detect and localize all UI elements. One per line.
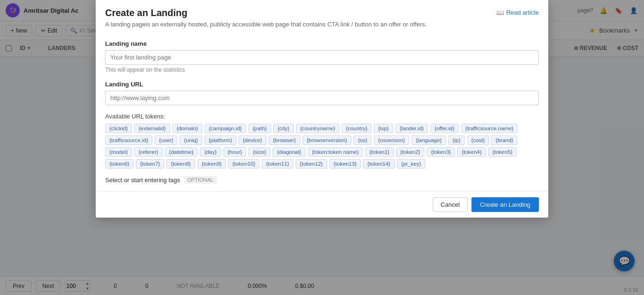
token-badge[interactable]: {datetime} bbox=[165, 147, 198, 157]
token-badge[interactable]: {externalid} bbox=[134, 124, 170, 133]
token-badge[interactable]: {pr_key} bbox=[397, 159, 425, 169]
token-badge[interactable]: {ip} bbox=[448, 135, 465, 145]
token-badge[interactable]: {token1} bbox=[365, 147, 394, 157]
token-badge[interactable]: {browserversion} bbox=[303, 135, 352, 145]
token-badge[interactable]: {token8} bbox=[166, 159, 195, 169]
modal-header: Create an Landing 📖 Read article A landi… bbox=[96, 0, 548, 33]
token-badge[interactable]: {token3} bbox=[427, 147, 455, 157]
token-badge[interactable]: {offer.id} bbox=[430, 124, 459, 133]
token-badge[interactable]: {path} bbox=[248, 124, 271, 133]
token-badge[interactable]: {user} bbox=[155, 135, 177, 145]
read-article-label: Read article bbox=[506, 9, 539, 16]
token-badge[interactable]: {token13} bbox=[330, 159, 361, 169]
token-badge[interactable]: {token2} bbox=[396, 147, 424, 157]
token-badge[interactable]: {hour} bbox=[223, 147, 247, 157]
tags-optional: OPTIONAL bbox=[184, 176, 217, 184]
modal-title: Create an Landing bbox=[105, 8, 187, 18]
cancel-button[interactable]: Cancel bbox=[433, 197, 468, 212]
token-badge[interactable]: {day} bbox=[200, 147, 221, 157]
token-badge[interactable]: {trafficsource.name} bbox=[461, 124, 518, 133]
token-badge[interactable]: {clickid} bbox=[105, 124, 132, 133]
token-badge[interactable]: {language} bbox=[412, 135, 446, 145]
token-badge[interactable]: {token6} bbox=[105, 159, 133, 169]
token-badge[interactable]: {country} bbox=[342, 124, 372, 133]
token-badge[interactable]: {campaign.id} bbox=[205, 124, 246, 133]
token-badge[interactable]: {token7} bbox=[136, 159, 164, 169]
landing-name-input[interactable] bbox=[105, 50, 539, 65]
token-badge[interactable]: {token11} bbox=[262, 159, 293, 169]
create-landing-modal: Create an Landing 📖 Read article A landi… bbox=[96, 0, 548, 218]
landing-url-group: Landing URL bbox=[105, 81, 539, 105]
token-badge[interactable]: {token10} bbox=[228, 159, 260, 169]
token-badge[interactable]: {token14} bbox=[363, 159, 395, 169]
token-badge[interactable]: {lander.id} bbox=[396, 124, 428, 133]
token-badge[interactable]: {referer} bbox=[134, 147, 163, 157]
token-badge[interactable]: {isp} bbox=[374, 124, 393, 133]
modal-subtitle: A landing pageis an externally hosted, p… bbox=[105, 20, 539, 29]
create-button[interactable]: Create an Landing bbox=[471, 197, 539, 212]
token-badge[interactable]: {token5} bbox=[488, 147, 517, 157]
token-badge[interactable]: {cost} bbox=[467, 135, 489, 145]
token-badge[interactable]: {osversion} bbox=[374, 135, 409, 145]
token-badge[interactable]: {trafficsource.id} bbox=[105, 135, 152, 145]
read-article-link[interactable]: 📖 Read article bbox=[496, 9, 539, 16]
token-badge[interactable]: {uniq} bbox=[180, 135, 202, 145]
token-badge[interactable]: {brand} bbox=[491, 135, 517, 145]
modal-footer: Cancel Create an Landing bbox=[96, 191, 548, 218]
token-badge[interactable]: {token:token name} bbox=[308, 147, 363, 157]
tokens-grid: {clickid}{externalid}{domain}{campaign.i… bbox=[105, 124, 539, 169]
tokens-section: Available URL tokens: {clickid}{external… bbox=[105, 113, 539, 169]
token-badge[interactable]: {token4} bbox=[457, 147, 486, 157]
landing-name-group: Landing name This will appear on the sta… bbox=[105, 40, 539, 73]
landing-url-label: Landing URL bbox=[105, 81, 539, 88]
token-badge[interactable]: {city} bbox=[273, 124, 294, 133]
landing-url-input[interactable] bbox=[105, 91, 539, 105]
token-badge[interactable]: {token9} bbox=[198, 159, 226, 169]
token-badge[interactable]: {countryname} bbox=[296, 124, 339, 133]
token-badge[interactable]: {device} bbox=[239, 135, 266, 145]
token-badge[interactable]: {browser} bbox=[269, 135, 300, 145]
token-badge[interactable]: {platform} bbox=[205, 135, 236, 145]
token-badge[interactable]: {os} bbox=[354, 135, 372, 145]
tags-label: Select or start entering tags bbox=[105, 177, 180, 184]
tokens-label: Available URL tokens: bbox=[105, 113, 539, 120]
modal-header-top: Create an Landing 📖 Read article bbox=[105, 8, 539, 18]
modal-body: Landing name This will appear on the sta… bbox=[96, 33, 548, 191]
token-badge[interactable]: {domain} bbox=[173, 124, 202, 133]
modal-overlay: Create an Landing 📖 Read article A landi… bbox=[0, 0, 644, 295]
book-icon: 📖 bbox=[496, 9, 504, 16]
token-badge[interactable]: {diagonal} bbox=[272, 147, 305, 157]
token-badge[interactable]: {size} bbox=[248, 147, 270, 157]
token-badge[interactable]: {token12} bbox=[296, 159, 327, 169]
token-badge[interactable]: {model} bbox=[105, 147, 132, 157]
landing-name-label: Landing name bbox=[105, 40, 539, 47]
landing-name-hint: This will appear on the statistics bbox=[105, 67, 539, 73]
tags-section: Select or start entering tags OPTIONAL bbox=[105, 176, 539, 184]
